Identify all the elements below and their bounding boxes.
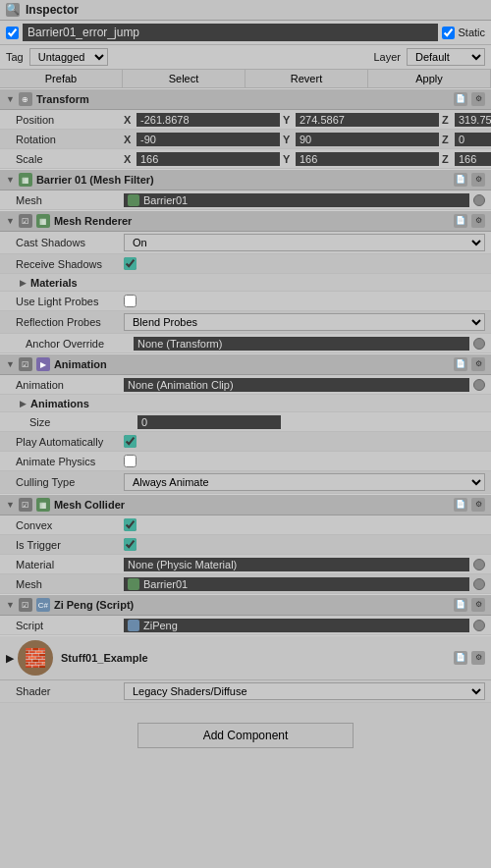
rotation-x[interactable] bbox=[136, 133, 280, 146]
stuff01-section: ▶ 🧱 Stuff01_Example 📄 ⚙ bbox=[0, 635, 491, 680]
animation-title: Animation bbox=[54, 358, 450, 370]
zi-peng-icon: C# bbox=[36, 598, 50, 612]
tag-select[interactable]: Untagged bbox=[29, 48, 108, 66]
mesh-filter-mesh-ref: Barrier01 bbox=[124, 193, 469, 207]
mesh-renderer-arrow[interactable]: ▼ bbox=[6, 216, 15, 226]
receive-shadows-row: Receive Shadows bbox=[0, 254, 491, 274]
collider-mesh-label: Mesh bbox=[16, 578, 124, 590]
zi-peng-script-picker[interactable] bbox=[473, 620, 485, 631]
mesh-renderer-actions: 📄 ⚙ bbox=[454, 214, 485, 228]
mesh-filter-arrow[interactable]: ▼ bbox=[6, 175, 15, 185]
animation-size-input[interactable] bbox=[137, 415, 281, 429]
layer-select[interactable]: Default bbox=[407, 48, 485, 66]
zi-peng-title: Zi Peng (Script) bbox=[54, 599, 450, 611]
select-button[interactable]: Select bbox=[123, 70, 246, 87]
cast-shadows-select[interactable]: On bbox=[124, 234, 485, 251]
animation-size-row: Size bbox=[0, 412, 491, 432]
materials-label: Materials bbox=[30, 277, 78, 289]
mesh-collider-arrow[interactable]: ▼ bbox=[6, 500, 15, 510]
collider-material-name: None (Physic Material) bbox=[128, 559, 237, 570]
add-component-button[interactable]: Add Component bbox=[137, 723, 354, 748]
convex-checkbox[interactable] bbox=[124, 518, 136, 531]
zi-peng-script-name: ZiPeng bbox=[143, 620, 178, 631]
zi-peng-page-icon[interactable]: 📄 bbox=[454, 598, 467, 612]
apply-button[interactable]: Apply bbox=[368, 70, 491, 87]
animation-clip-label: Animation bbox=[16, 379, 124, 391]
culling-type-select[interactable]: Always Animate bbox=[124, 473, 485, 491]
add-component-area: Add Component bbox=[0, 703, 491, 768]
prefab-button[interactable]: Prefab bbox=[0, 70, 123, 87]
mesh-filter-title: Barrier 01 (Mesh Filter) bbox=[36, 174, 450, 186]
animation-clip-picker[interactable] bbox=[473, 379, 485, 391]
animation-arrow[interactable]: ▼ bbox=[6, 359, 15, 369]
static-check: Static bbox=[442, 27, 485, 39]
mesh-filter-mesh-picker[interactable] bbox=[473, 194, 485, 206]
animation-size-label: Size bbox=[29, 416, 137, 428]
animation-page-icon[interactable]: 📄 bbox=[454, 357, 467, 371]
mesh-collider-gear-icon[interactable]: ⚙ bbox=[471, 498, 485, 512]
animate-physics-checkbox[interactable] bbox=[124, 455, 136, 467]
animations-subsection: ▶ Animations bbox=[0, 395, 491, 412]
scale-label: Scale bbox=[16, 153, 124, 165]
object-enabled-checkbox[interactable] bbox=[6, 27, 19, 39]
materials-arrow[interactable]: ▶ bbox=[20, 278, 27, 288]
zi-peng-header: ▼ ☑ C# Zi Peng (Script) 📄 ⚙ bbox=[0, 594, 491, 616]
position-x[interactable] bbox=[136, 113, 280, 127]
animations-arrow[interactable]: ▶ bbox=[20, 399, 27, 408]
revert-button[interactable]: Revert bbox=[246, 70, 368, 87]
mesh-filter-mesh-label: Mesh bbox=[16, 194, 124, 206]
animate-physics-row: Animate Physics bbox=[0, 452, 491, 471]
shader-select[interactable]: Legacy Shaders/Diffuse bbox=[124, 682, 485, 700]
mesh-renderer-page-icon[interactable]: 📄 bbox=[454, 214, 467, 228]
position-y[interactable] bbox=[296, 113, 439, 127]
is-trigger-row: Is Trigger bbox=[0, 535, 491, 555]
shader-row: Shader Legacy Shaders/Diffuse bbox=[0, 680, 491, 703]
title-text: Inspector bbox=[26, 3, 79, 17]
zi-peng-arrow[interactable]: ▼ bbox=[6, 600, 15, 610]
position-z[interactable] bbox=[455, 113, 491, 127]
collider-material-picker[interactable] bbox=[473, 559, 485, 570]
animation-clip-name: None (Animation Clip) bbox=[128, 379, 234, 391]
reflection-probes-row: Reflection Probes Blend Probes bbox=[0, 311, 491, 334]
animation-gear-icon[interactable]: ⚙ bbox=[471, 357, 485, 371]
mesh-collider-page-icon[interactable]: 📄 bbox=[454, 498, 467, 512]
collider-material-label: Material bbox=[16, 559, 124, 570]
mesh-filter-icon: ▦ bbox=[19, 173, 32, 187]
transform-gear-icon[interactable]: ⚙ bbox=[471, 92, 485, 106]
transform-actions: 📄 ⚙ bbox=[454, 92, 485, 106]
stuff01-arrow[interactable]: ▶ bbox=[6, 652, 14, 665]
animation-icon: ▶ bbox=[36, 357, 50, 371]
rotation-y[interactable] bbox=[296, 133, 439, 146]
zi-peng-script-icon bbox=[128, 620, 139, 631]
object-row: Static bbox=[0, 21, 491, 45]
use-light-probes-checkbox[interactable] bbox=[124, 295, 136, 307]
scale-x[interactable] bbox=[136, 152, 280, 166]
scale-z[interactable] bbox=[455, 152, 491, 166]
mesh-collider-cb-icon: ☑ bbox=[19, 498, 32, 512]
mesh-renderer-gear-icon[interactable]: ⚙ bbox=[471, 214, 485, 228]
zi-peng-gear-icon[interactable]: ⚙ bbox=[471, 598, 485, 612]
object-name-input[interactable] bbox=[23, 24, 438, 41]
is-trigger-checkbox[interactable] bbox=[124, 538, 136, 551]
rotation-z[interactable] bbox=[455, 133, 491, 146]
transform-arrow[interactable]: ▼ bbox=[6, 94, 15, 104]
animation-actions: 📄 ⚙ bbox=[454, 357, 485, 371]
scale-y[interactable] bbox=[296, 152, 439, 166]
stuff01-actions: 📄 ⚙ bbox=[454, 651, 485, 665]
mesh-filter-page-icon[interactable]: 📄 bbox=[454, 173, 467, 187]
stuff01-gear-icon[interactable]: ⚙ bbox=[471, 651, 485, 665]
mesh-filter-gear-icon[interactable]: ⚙ bbox=[471, 173, 485, 187]
position-value: X Y Z bbox=[124, 113, 491, 127]
cast-shadows-value: On bbox=[124, 234, 485, 251]
anchor-override-picker[interactable] bbox=[473, 338, 485, 350]
reflection-probes-select[interactable]: Blend Probes bbox=[124, 313, 485, 331]
receive-shadows-checkbox[interactable] bbox=[124, 257, 136, 270]
stuff01-page-icon[interactable]: 📄 bbox=[454, 651, 467, 665]
transform-page-icon[interactable]: 📄 bbox=[454, 92, 467, 106]
stuff01-title: Stuff01_Example bbox=[61, 652, 148, 664]
collider-mesh-picker[interactable] bbox=[473, 578, 485, 590]
animation-clip-value: None (Animation Clip) bbox=[124, 378, 485, 392]
play-auto-checkbox[interactable] bbox=[124, 435, 136, 448]
play-auto-row: Play Automatically bbox=[0, 432, 491, 452]
static-checkbox[interactable] bbox=[442, 27, 455, 39]
